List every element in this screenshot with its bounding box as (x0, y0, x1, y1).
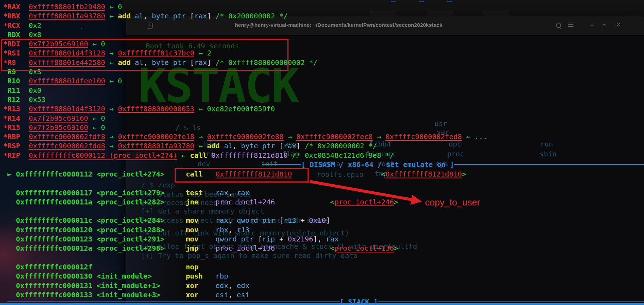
code-segment: ← (194, 142, 207, 150)
code-segment: 0xffffffffc0000123 <proc_ioctl+291> (16, 235, 164, 243)
code-segment: 0xffffffffc0000131 <init_module+1> (16, 281, 160, 290)
register-line: *RBP 0xffffc9000002fdf8 → 0xffffc9000002… (3, 132, 487, 141)
code-segment: R12 (3, 95, 29, 104)
disasm-panel: ► 0xffffffffc0000112 <proc_ioctl+274> ca… (7, 169, 466, 299)
code-segment (203, 189, 215, 197)
register-line: *R15 0x7f2b95c69160 ← 0 (3, 123, 487, 132)
address-link: 0xffff88801dfee100 (29, 77, 105, 85)
disasm-line: 0xffffffffc0000130 <init_module> push rb… (7, 271, 466, 281)
screen: + henry@henry-virtual-machine: ~/Documen… (0, 0, 644, 305)
code-segment: + (275, 235, 288, 243)
code-segment: , (232, 142, 241, 150)
code-segment: ] (296, 142, 300, 150)
code-segment (7, 198, 16, 206)
disasm-line: 0xffffffffc0000117 <proc_ioctl+279> test… (7, 188, 466, 197)
call-highlight-box (175, 168, 309, 183)
code-segment: [ (279, 142, 284, 150)
code-segment: 0xffffffffc0000120 <proc_ioctl+288> (16, 226, 164, 234)
code-segment: *RCX (3, 21, 29, 30)
code-segment (165, 198, 186, 206)
code-segment: byte ptr (152, 12, 190, 20)
code-segment (199, 226, 215, 234)
code-segment: 0xffffffffc000012a <proc_ioctl+298> (16, 244, 164, 252)
address-link: 0xffffc9000002fdf8 (29, 132, 105, 141)
code-segment: *RIP (3, 151, 29, 160)
code-segment: → (105, 142, 118, 150)
code-segment (7, 272, 16, 280)
address-link: 0xffff88801fb29480 (29, 2, 105, 11)
code-segment: ← 0 (105, 2, 122, 11)
code-segment: RDX (3, 30, 29, 39)
code-segment: → (105, 104, 118, 113)
header-rule (7, 301, 340, 302)
code-segment: add (207, 142, 224, 150)
code-segment (275, 198, 330, 206)
code-segment (165, 216, 186, 225)
code-segment: edx (215, 281, 228, 290)
code-segment: , (228, 281, 237, 290)
code-segment: [ (258, 235, 262, 243)
address-link: 0xffffc9000002fdd8 (29, 142, 105, 150)
register-line: *R14 0x7f2b95c69160 ← 0 (3, 114, 487, 123)
code-segment: 0x53 (29, 95, 45, 104)
code-segment: → (105, 132, 118, 141)
code-segment: *RSP (3, 142, 29, 150)
code-segment: → (194, 132, 207, 141)
disasm-line: 0xffffffffc000011c <proc_ioctl+284> mov … (7, 216, 466, 225)
code-segment (203, 272, 215, 280)
code-segment (165, 226, 186, 234)
disasm-line (7, 253, 466, 262)
disasm-line: 0xffffffffc0000123 <proc_ioctl+291> mov … (7, 234, 466, 244)
code-segment: R10 (3, 77, 29, 85)
address-link: 0x7f2b95c69160 (29, 114, 88, 122)
code-segment: 0xffffffffc0000130 <init_module> (16, 272, 152, 280)
address-link: 0xffffffff8121d810 (385, 170, 462, 178)
code-segment: 0x2 (29, 21, 41, 30)
code-segment: 0x0 (29, 86, 41, 95)
code-segment: rax (326, 235, 339, 243)
code-segment: *RBX (3, 12, 29, 20)
code-segment: /* 0xc08548c121d6f9e8 */ (288, 151, 394, 160)
code-segment: + (296, 216, 309, 225)
address-link: 0xffffc9000002fe88 (207, 132, 284, 141)
code-segment (7, 244, 16, 252)
code-segment: mov (186, 216, 199, 225)
code-segment: jmp (186, 244, 199, 252)
code-segment: < (381, 170, 385, 178)
code-segment (152, 272, 186, 280)
header-rule (378, 301, 644, 302)
code-segment: rax (237, 189, 249, 197)
register-line: *RSP 0xffffc9000002fdd8 → 0xffff88801fa9… (3, 141, 487, 150)
disasm-header-label: [ DISASM / x86-64 / set emulate on ] (301, 160, 454, 169)
code-segment: ← 0 (105, 77, 122, 85)
code-segment: ← 0xe82ef000f859f0 (194, 104, 275, 113)
code-segment: 0x2196 (288, 235, 313, 243)
code-segment: rax (284, 142, 296, 150)
code-segment: *RAX (3, 2, 29, 11)
code-segment: , (228, 226, 237, 234)
address-link: 0xffffc9000002fec8 (296, 132, 373, 141)
code-segment: al (224, 142, 232, 150)
code-segment (199, 216, 215, 225)
code-segment: , (143, 12, 152, 20)
registers-panel: *RAX 0xffff88801fb29480 ← 0*RBX 0xffff88… (3, 2, 487, 160)
code-segment: 0xffffffffc0000117 <proc_ioctl+279> (16, 189, 164, 197)
code-segment: proc_ioctl+136 (215, 244, 275, 252)
code-segment: [ (190, 12, 194, 20)
code-segment: rbp (215, 272, 228, 280)
code-segment: mov (186, 226, 199, 234)
code-segment: rax (215, 216, 228, 225)
code-segment: 0xffffffffc000012f (16, 263, 92, 271)
code-segment (275, 244, 330, 252)
code-segment (7, 253, 12, 262)
code-segment: 0xffffffffc000011c <proc_ioctl+284> (16, 216, 164, 225)
register-line: *RIP 0xffffffffc0000112 (proc_ioctl+274)… (3, 151, 487, 160)
code-segment: rax (215, 189, 228, 197)
code-segment: *RBP (3, 132, 29, 141)
code-segment: xor (186, 281, 199, 290)
code-segment (92, 263, 186, 271)
header-rule (454, 164, 644, 165)
address-link: 0x7f2b95c69160 (29, 123, 88, 132)
code-segment: qword ptr (215, 235, 258, 243)
disasm-line: 0xffffffffc000012f nop (7, 262, 466, 271)
